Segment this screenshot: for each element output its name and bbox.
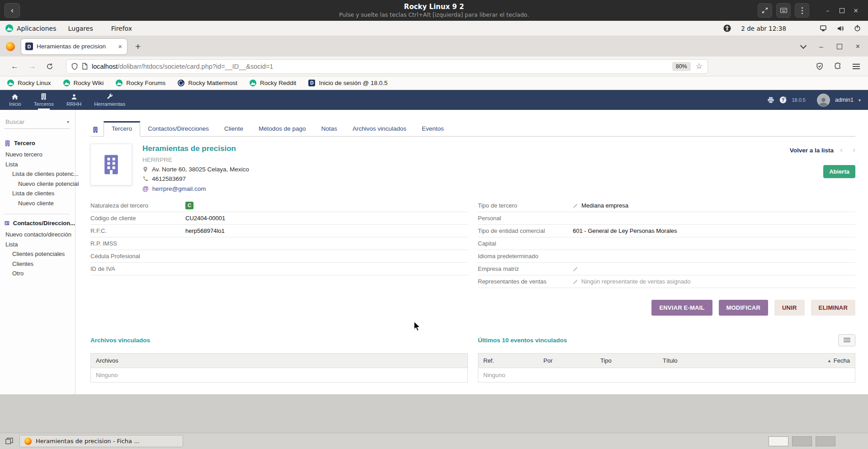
tab-contactos-direcciones[interactable]: Contactos/Direcciones <box>140 122 217 136</box>
tab-archivos-vinculados[interactable]: Archivos vinculados <box>345 122 414 136</box>
sidebar-section-header[interactable]: Contactos/Direccion... <box>0 220 75 227</box>
vm-restore-button[interactable] <box>837 4 847 17</box>
page-info-icon[interactable] <box>82 63 88 70</box>
workspace-2[interactable] <box>792 436 812 446</box>
browser-tab[interactable]: D Heramientas de precision × <box>21 39 127 54</box>
sidebar-item-lista-clientes-potenciales[interactable]: Lista de clientes potenc... <box>0 169 75 179</box>
search-input[interactable] <box>5 118 67 126</box>
sidebar-item-otro[interactable]: Otro <box>0 269 75 279</box>
rocky-icon <box>7 80 14 86</box>
history-forward-button[interactable]: → <box>28 62 36 71</box>
tab-metodos-de-pago[interactable]: Métodos de pago <box>251 122 313 136</box>
menu-rrhh[interactable]: RRHH <box>60 90 88 110</box>
url-bar[interactable]: localhost/dolibarr/htdocs/societe/card.p… <box>66 59 708 74</box>
url-text[interactable]: localhost/dolibarr/htdocs/societe/card.p… <box>92 63 273 70</box>
column-ref[interactable]: Ref. <box>483 357 543 364</box>
menu-aplicaciones[interactable]: Aplicaciones <box>5 24 56 32</box>
sidebar-item-lista-de-clientes[interactable]: Lista de clientes <box>0 189 75 199</box>
vm-close-button[interactable]: × <box>851 4 861 17</box>
sidebar-item-clientes-potenciales[interactable]: Clientes potenciales <box>0 249 75 259</box>
column-tipo[interactable]: Tipo <box>600 357 663 364</box>
bookmark-star-icon[interactable]: ☆ <box>696 61 703 71</box>
vm-minimize-button[interactable]: – <box>823 4 833 17</box>
merge-button[interactable]: UNIR <box>774 300 805 316</box>
window-minimize-button[interactable]: – <box>819 43 823 50</box>
sidebar-item-clientes[interactable]: Clientes <box>0 259 75 269</box>
bookmark-rocky-reddit[interactable]: Rocky Reddit <box>250 80 296 86</box>
column-archivos[interactable]: Archivos <box>96 357 118 364</box>
company-phone[interactable]: 4612583697 <box>152 175 186 182</box>
sidebar-search[interactable]: ▾ <box>5 118 70 129</box>
edit-pencil-icon[interactable] <box>573 279 578 284</box>
column-fecha[interactable]: ▲Fecha <box>827 357 850 364</box>
reload-button[interactable] <box>46 63 53 70</box>
power-icon[interactable] <box>854 25 861 32</box>
menu-inicio[interactable]: Inicio <box>3 90 28 110</box>
menu-lugares[interactable]: Lugares <box>68 25 93 32</box>
bookmark-rocky-wiki[interactable]: Rocky Wiki <box>63 80 104 86</box>
company-email[interactable]: herrpre@gmail.com <box>152 185 206 192</box>
accessibility-icon[interactable] <box>723 24 731 32</box>
new-tab-button[interactable]: + <box>135 41 141 52</box>
events-list-view-button[interactable] <box>838 334 855 346</box>
workspace-3[interactable] <box>816 436 835 446</box>
vm-back-button[interactable]: ‹ <box>5 3 20 18</box>
field-row: R.P. IMSS <box>90 237 468 250</box>
prev-record-icon[interactable]: ‹ <box>840 145 843 155</box>
account-shield-icon[interactable] <box>816 62 823 70</box>
show-desktop-button[interactable] <box>5 438 13 444</box>
logged-user-name[interactable]: admin1 <box>835 97 854 103</box>
edit-pencil-icon[interactable] <box>573 266 578 272</box>
sidebar-item-lista-contactos[interactable]: Lista <box>0 240 75 250</box>
bookmark-rocky-forums[interactable]: Rocky Forums <box>116 80 165 86</box>
back-to-list-link[interactable]: Volver a la lista <box>790 147 834 154</box>
bookmark-dolibarr-login[interactable]: D Inicio de sesión @ 18.0.5 <box>308 80 387 86</box>
tab-cliente[interactable]: Cliente <box>217 122 251 136</box>
user-avatar[interactable] <box>817 94 830 107</box>
sidebar-section-header[interactable]: Tercero <box>0 140 75 147</box>
delete-button[interactable]: ELIMINAR <box>811 300 855 316</box>
zoom-level-badge[interactable]: 80% <box>672 62 691 71</box>
sidebar-item-nuevo-contacto[interactable]: Nuevo contacto/dirección <box>0 230 75 240</box>
column-titulo[interactable]: Título <box>663 357 827 364</box>
fullscreen-button[interactable] <box>758 3 772 18</box>
sidebar-item-nuevo-cliente-potencial[interactable]: Nuevo cliente potencial <box>0 179 75 189</box>
bookmark-rocky-linux[interactable]: Rocky Linux <box>7 80 51 86</box>
tab-notas[interactable]: Notas <box>313 122 344 136</box>
company-name: Heramientas de precision <box>142 144 249 153</box>
volume-icon[interactable] <box>837 25 844 32</box>
menu-herramientas[interactable]: Herramientas <box>88 90 132 110</box>
edit-pencil-icon[interactable] <box>573 203 578 208</box>
sidebar-item-lista[interactable]: Lista <box>0 160 75 170</box>
search-caret-icon[interactable]: ▾ <box>67 119 69 124</box>
list-tabs-icon[interactable] <box>800 42 807 48</box>
window-restore-button[interactable] <box>837 44 842 49</box>
clock[interactable]: 2 de abr 12:38 <box>741 25 786 32</box>
tab-close-icon[interactable]: × <box>117 43 123 50</box>
history-back-button[interactable]: ← <box>11 62 19 71</box>
sidebar-item-nuevo-cliente[interactable]: Nuevo cliente <box>0 199 75 208</box>
menu-terceros[interactable]: Terceros <box>28 90 60 110</box>
user-menu-caret-icon[interactable]: ▾ <box>859 98 861 103</box>
extensions-puzzle-icon[interactable] <box>834 62 842 70</box>
window-close-button[interactable]: × <box>856 43 860 51</box>
bookmark-rocky-mattermost[interactable]: Rocky Mattermost <box>178 80 237 86</box>
menu-firefox[interactable]: Firefox <box>111 25 132 32</box>
help-button[interactable]: ? <box>779 96 787 104</box>
keyboard-button[interactable] <box>776 3 791 18</box>
vm-menu-button[interactable] <box>795 3 809 18</box>
column-por[interactable]: Por <box>543 357 600 364</box>
taskbar-window-button[interactable]: Heramientas de precision - Ficha ... <box>19 435 183 447</box>
app-menu-hamburger-icon[interactable] <box>853 66 860 67</box>
printer-icon[interactable] <box>767 97 774 104</box>
next-record-icon[interactable]: › <box>853 145 855 155</box>
send-email-button[interactable]: ENVIAR E-MAIL <box>651 300 712 316</box>
workspace-1[interactable] <box>769 436 788 446</box>
tab-eventos[interactable]: Eventos <box>414 122 452 136</box>
firefox-icon[interactable] <box>6 42 15 51</box>
tab-tercero[interactable]: Tercero <box>104 121 140 137</box>
modify-button[interactable]: MODIFICAR <box>719 300 768 316</box>
network-icon[interactable] <box>820 25 827 32</box>
shield-icon[interactable] <box>71 63 78 70</box>
sidebar-item-nuevo-tercero[interactable]: Nuevo tercero <box>0 150 75 160</box>
